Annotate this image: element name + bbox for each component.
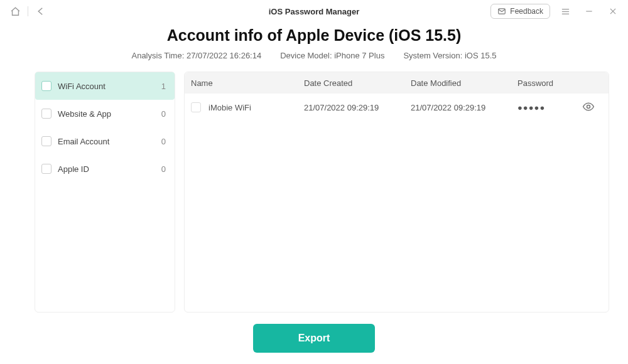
sidebar-item-wifi-account[interactable]: WiFi Account 1	[35, 72, 175, 100]
cell-name: iMobie WiFi	[191, 102, 304, 112]
menu-icon[interactable]	[556, 3, 574, 20]
password-masked: ●●●●●	[517, 103, 545, 112]
sidebar: WiFi Account 1 Website & App 0 Email Acc…	[35, 72, 175, 313]
footer: Export	[0, 324, 628, 353]
device-model: Device Model: iPhone 7 Plus	[280, 51, 384, 60]
back-icon[interactable]	[32, 3, 50, 20]
svg-point-7	[587, 105, 590, 108]
content: WiFi Account 1 Website & App 0 Email Acc…	[35, 72, 609, 313]
cell-modified: 21/07/2022 09:29:19	[411, 103, 517, 112]
row-name: iMobie WiFi	[208, 103, 251, 112]
checkbox[interactable]	[41, 136, 51, 146]
mail-icon	[497, 7, 506, 16]
sidebar-item-count: 1	[161, 82, 166, 91]
sidebar-item-website-app[interactable]: Website & App 0	[35, 100, 175, 127]
sidebar-item-apple-id[interactable]: Apple ID 0	[35, 155, 175, 183]
sidebar-item-email-account[interactable]: Email Account 0	[35, 127, 175, 155]
cell-created: 21/07/2022 09:29:19	[304, 103, 411, 112]
checkbox[interactable]	[41, 109, 51, 119]
page-title: Account info of Apple Device (iOS 15.5)	[0, 26, 628, 45]
close-icon[interactable]	[604, 3, 622, 20]
home-icon[interactable]	[6, 3, 24, 20]
titlebar-left	[6, 3, 50, 20]
column-header-modified: Date Modified	[411, 78, 517, 88]
feedback-label: Feedback	[510, 7, 543, 16]
analysis-time: Analysis Time: 27/07/2022 16:26:14	[131, 51, 261, 60]
sidebar-item-label: Email Account	[58, 137, 161, 146]
export-button[interactable]: Export	[253, 324, 375, 353]
titlebar: iOS Password Manager Feedback	[0, 0, 628, 23]
sidebar-item-count: 0	[161, 164, 166, 174]
feedback-button[interactable]: Feedback	[490, 4, 550, 19]
sidebar-item-label: Website & App	[58, 109, 161, 119]
reveal-password-icon[interactable]	[582, 100, 595, 115]
header: Account info of Apple Device (iOS 15.5) …	[0, 26, 628, 60]
minimize-icon[interactable]	[580, 3, 598, 20]
checkbox[interactable]	[41, 81, 51, 91]
table-row[interactable]: iMobie WiFi 21/07/2022 09:29:19 21/07/20…	[185, 94, 609, 121]
cell-password: ●●●●●	[517, 100, 609, 115]
sidebar-item-count: 0	[161, 137, 166, 146]
sidebar-item-label: WiFi Account	[58, 82, 161, 91]
system-version: System Version: iOS 15.5	[403, 51, 496, 60]
checkbox[interactable]	[191, 102, 201, 112]
divider	[28, 6, 28, 16]
checkbox[interactable]	[41, 164, 51, 174]
sidebar-item-count: 0	[161, 109, 166, 119]
main-panel: Name Date Created Date Modified Password…	[184, 72, 609, 313]
table-header: Name Date Created Date Modified Password	[185, 72, 609, 94]
column-header-created: Date Created	[304, 78, 411, 88]
column-header-name: Name	[191, 78, 304, 88]
column-header-password: Password	[517, 78, 609, 88]
titlebar-right: Feedback	[490, 3, 622, 20]
meta-row: Analysis Time: 27/07/2022 16:26:14 Devic…	[0, 51, 628, 60]
sidebar-item-label: Apple ID	[58, 164, 161, 174]
